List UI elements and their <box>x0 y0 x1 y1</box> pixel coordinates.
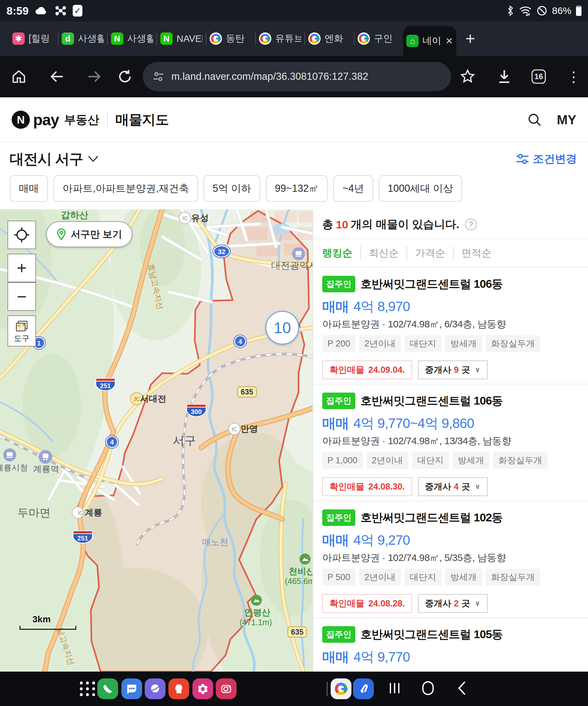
browser-tab-active[interactable]: ⌂ 네이 ✕ <box>403 26 456 56</box>
page-title: 매물지도 <box>116 111 169 129</box>
confirmed-listing-button[interactable]: 확인매물24.08.28. <box>322 594 412 613</box>
owner-badge: 집주인 <box>322 276 355 292</box>
sort-option[interactable]: 랭킹순 <box>322 246 360 260</box>
sort-bar: 랭킹순최신순가격순면적순 <box>313 239 588 268</box>
bookmark-star-icon[interactable] <box>459 68 476 85</box>
reload-button[interactable] <box>116 68 134 85</box>
listing-cluster-marker[interactable]: 10 <box>266 311 299 345</box>
gallery-app-icon[interactable] <box>192 678 213 699</box>
back-button[interactable] <box>49 68 66 85</box>
sort-option[interactable]: 면적순 <box>453 246 499 260</box>
sort-option[interactable]: 최신순 <box>360 246 406 260</box>
tab-title: [힐링 <box>29 32 50 45</box>
agent-count-button[interactable]: 중개사4곳∨ <box>418 477 488 496</box>
filter-chip[interactable]: 1000세대 이상 <box>379 175 462 202</box>
naver-blue-app-icon[interactable] <box>353 678 374 699</box>
map-tools-button[interactable]: 도구 <box>7 315 36 347</box>
listing-tags: P 1,0002년이내대단지방세개화장실두개 <box>322 452 579 469</box>
browser-tab[interactable]: ✱ [힐링 <box>9 27 58 50</box>
listing-tag: 2년이내 <box>359 569 401 586</box>
svg-text:서대전: 서대전 <box>140 394 166 404</box>
listing-card[interactable]: 집주인 호반써밋그랜드센트럴 102동 매매4억 9,270 아파트분양권 · … <box>313 501 588 618</box>
listing-card[interactable]: 집주인 호반써밋그랜드센트럴 106동 매매4억 9,770~4억 9,860 … <box>313 385 588 501</box>
listing-price: 매매4억 9,270 <box>322 531 579 548</box>
internet-app-icon[interactable] <box>145 678 165 699</box>
region-selector[interactable]: 대전시 서구 <box>10 150 83 169</box>
new-tab-button[interactable]: + <box>465 29 475 48</box>
download-icon[interactable] <box>496 68 513 85</box>
status-bar: 8:59 ✓ 86% <box>0 0 588 22</box>
listing-title: 호반써밋그랜드센트럴 106동 <box>360 393 503 408</box>
jc-seodaejeon: JC 서대전 <box>130 393 166 405</box>
listing-tag: 화장실두개 <box>486 335 540 352</box>
close-tab-icon[interactable]: ✕ <box>445 36 453 46</box>
filter-chip[interactable]: ~4년 <box>333 175 373 202</box>
svg-text:32: 32 <box>218 248 225 256</box>
home-nav-button[interactable] <box>420 680 436 698</box>
confirmed-listing-button[interactable]: 확인매물24.08.30. <box>322 477 412 496</box>
forward-button[interactable] <box>86 68 103 85</box>
browser-tab[interactable]: d 사생활 <box>58 27 107 50</box>
google-favicon <box>259 33 271 45</box>
filter-chip[interactable]: 매매 <box>10 175 48 202</box>
zoom-out-button[interactable]: − <box>7 282 36 311</box>
browser-tab[interactable]: 유튜브 <box>256 27 304 50</box>
help-icon[interactable]: ? <box>465 219 477 230</box>
messages-app-icon[interactable] <box>121 678 142 699</box>
recents-button[interactable] <box>388 681 401 697</box>
filter-sliders-icon <box>516 153 529 164</box>
browser-tab[interactable]: 동탄 <box>206 27 255 50</box>
browser-tab[interactable]: 엔화 <box>305 27 354 50</box>
chevron-down-icon[interactable] <box>88 155 99 163</box>
map-pin-icon <box>56 228 66 240</box>
camera-app-icon[interactable] <box>216 678 237 699</box>
tab-title: 유튜브 <box>275 32 301 45</box>
browser-tab[interactable]: N 사생활 <box>108 27 156 50</box>
browser-tab[interactable]: N NAVER <box>157 27 206 50</box>
zoom-in-button[interactable]: + <box>7 254 36 282</box>
svg-text:계룡: 계룡 <box>85 508 102 517</box>
listing-tag: 화장실두개 <box>486 569 540 586</box>
pay-logo[interactable]: pay <box>33 111 59 129</box>
listing-tag: 방세개 <box>445 569 482 586</box>
map-label-mountain: 안평산 <box>244 608 271 618</box>
google-favicon <box>308 33 321 45</box>
listing-tag: P 200 <box>322 335 355 352</box>
owner-badge: 집주인 <box>322 509 355 526</box>
browser-tab-strip: ✱ [힐링 d 사생활 N 사생활 N NAVER 동탄 유튜브 <box>0 22 588 56</box>
listing-tag: 대단지 <box>405 335 441 352</box>
phone-app-icon[interactable] <box>97 678 118 699</box>
svg-text:635: 635 <box>241 388 253 396</box>
my-menu[interactable]: MY <box>557 113 576 127</box>
current-location-button[interactable] <box>7 221 36 249</box>
confirmed-listing-button[interactable]: 확인매물24.09.04. <box>322 360 412 379</box>
browser-tab[interactable]: 구인 <box>354 27 403 50</box>
url-bar[interactable]: m.land.naver.com/map/36.3081076:127.382 <box>143 62 451 91</box>
back-nav-button[interactable] <box>456 680 468 697</box>
listing-title: 호반써밋그랜드센트럴 106동 <box>360 276 503 292</box>
map-label-mountain: 천비산 <box>289 566 313 576</box>
filter-chip[interactable]: 99~132㎡ <box>266 175 328 202</box>
change-conditions-button[interactable]: 조건변경 <box>516 152 577 166</box>
orange-profile-app-icon[interactable] <box>168 678 189 699</box>
listing-card[interactable]: 집주인 호반써밋그랜드센트럴 105동 매매4억 9,770 <box>313 618 588 672</box>
realestate-label[interactable]: 부동산 <box>64 112 99 128</box>
filter-chip[interactable]: 5억 이하 <box>203 175 260 202</box>
agent-count-button[interactable]: 중개사9곳∨ <box>418 360 488 379</box>
agent-count-button[interactable]: 중개사2곳∨ <box>418 594 488 613</box>
tab-count-button[interactable]: 16 <box>532 70 546 84</box>
home-button[interactable] <box>10 68 27 85</box>
filter-chip[interactable]: 아파트,아파트분양권,재건축 <box>53 175 198 202</box>
naver-logo[interactable]: N <box>12 111 30 129</box>
map[interactable]: 갑하산 (468.7m) 천비산 (465.6m) 안평산 (471.1m) 대… <box>0 209 313 672</box>
google-app-icon[interactable] <box>331 678 351 699</box>
svg-text:251: 251 <box>77 535 88 542</box>
menu-kebab-icon[interactable]: ⋮ <box>566 69 581 85</box>
listing-price: 매매4억 8,970 <box>322 298 579 314</box>
listing-price: 매매4억 9,770~4억 9,860 <box>322 414 579 431</box>
search-icon[interactable] <box>527 112 542 127</box>
listing-card[interactable]: 집주인 호반써밋그랜드센트럴 106동 매매4억 8,970 아파트분양권 · … <box>313 268 588 385</box>
all-apps-button[interactable] <box>80 682 95 696</box>
district-only-button[interactable]: 서구만 보기 <box>46 221 132 247</box>
sort-option[interactable]: 가격순 <box>406 246 453 260</box>
